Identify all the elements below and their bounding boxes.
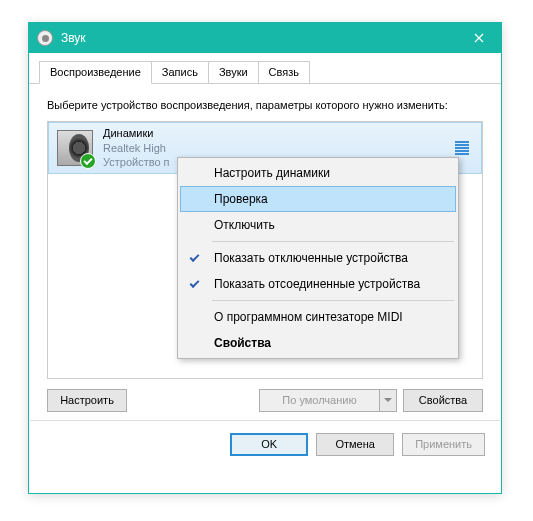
panel-buttons: Настроить По умолчанию Свойства — [29, 379, 501, 420]
default-button-combo[interactable]: По умолчанию — [259, 389, 397, 412]
context-menu: Настроить динамики Проверка Отключить По… — [177, 157, 459, 359]
speaker-icon — [57, 130, 93, 166]
cancel-button[interactable]: Отмена — [316, 433, 394, 456]
sound-app-icon — [37, 30, 53, 46]
ctx-configure-speakers[interactable]: Настроить динамики — [180, 160, 456, 186]
apply-button[interactable]: Применить — [402, 433, 485, 456]
footer-buttons: OK Отмена Применить — [29, 421, 501, 468]
ctx-show-disconnected[interactable]: Показать отсоединенные устройства — [180, 271, 456, 297]
ctx-properties[interactable]: Свойства — [180, 330, 456, 356]
tab-recording[interactable]: Запись — [151, 61, 209, 83]
ctx-show-disabled[interactable]: Показать отключенные устройства — [180, 245, 456, 271]
ctx-separator — [212, 241, 454, 242]
device-name: Динамики — [103, 126, 455, 140]
device-mfr: Realtek High — [103, 141, 455, 155]
tab-communications[interactable]: Связь — [258, 61, 310, 83]
level-icon — [455, 141, 469, 155]
titlebar[interactable]: Звук — [29, 23, 501, 53]
window-title: Звук — [61, 31, 456, 45]
default-dropdown[interactable] — [379, 389, 397, 412]
instruction-text: Выберите устройство воспроизведения, пар… — [47, 98, 483, 113]
close-icon — [474, 33, 484, 43]
tab-sounds[interactable]: Звуки — [208, 61, 259, 83]
default-check-icon — [80, 153, 96, 169]
default-button[interactable]: По умолчанию — [259, 389, 379, 412]
configure-button[interactable]: Настроить — [47, 389, 127, 412]
tab-playback[interactable]: Воспроизведение — [39, 61, 152, 84]
properties-button[interactable]: Свойства — [403, 389, 483, 412]
ctx-separator — [212, 300, 454, 301]
tab-strip: Воспроизведение Запись Звуки Связь — [29, 53, 501, 84]
ok-button[interactable]: OK — [230, 433, 308, 456]
close-button[interactable] — [456, 23, 501, 53]
ctx-about-midi[interactable]: О программном синтезаторе MIDI — [180, 304, 456, 330]
ctx-test[interactable]: Проверка — [180, 186, 456, 212]
ctx-disable[interactable]: Отключить — [180, 212, 456, 238]
